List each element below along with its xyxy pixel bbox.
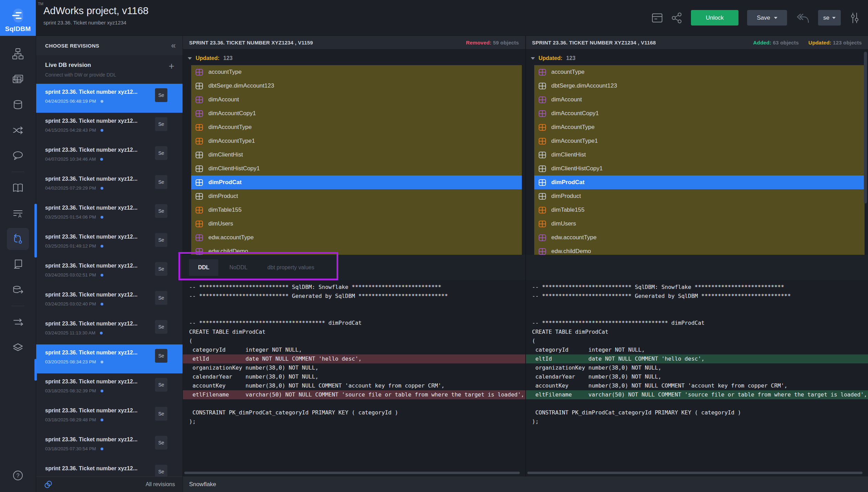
sqldbm-logo[interactable]: SqlDBM — [0, 0, 36, 36]
share-icon[interactable] — [671, 12, 682, 24]
tree-table-row[interactable]: dbtSerge.dimAccount123 — [534, 79, 865, 93]
sidebar-item-environments[interactable] — [7, 337, 29, 359]
unlock-button[interactable]: Unlock — [691, 10, 738, 26]
table-icon — [538, 248, 546, 255]
tree-table-row[interactable]: dimClientHist — [534, 148, 865, 162]
project-subtitle: sprint 23.36. Ticket number xyz1234 — [43, 20, 148, 26]
link-revisions-icon[interactable] — [44, 480, 53, 489]
tree-table-row[interactable]: dimAccountCopy1 — [191, 107, 522, 120]
tree-table-row[interactable]: accountType — [534, 65, 865, 79]
tree-table-row[interactable]: dimAccountCopy1 — [534, 107, 865, 120]
horizontal-scrollbar[interactable] — [184, 472, 520, 474]
revision-list: sprint 23.36. Ticket number xyz12... 04/… — [36, 84, 183, 476]
revision-scroll-indicator[interactable] — [34, 204, 37, 258]
left-tree-list: accountType dbtSerge.dimAccount123 dimAc… — [191, 65, 522, 255]
tab-ddl[interactable]: DDL — [189, 259, 218, 276]
table-icon — [538, 179, 546, 187]
tree-table-row[interactable]: edw.childDemo — [534, 244, 865, 255]
left-tree: Updated: 123 accountType dbtSerge.dimAcc… — [183, 49, 525, 255]
table-name: dimTable155 — [208, 207, 241, 213]
save-button[interactable]: Save — [747, 10, 787, 26]
tree-table-row[interactable]: dimAccountType1 — [191, 134, 522, 148]
revision-status-dot — [101, 245, 103, 248]
code-line: calendarYear number(38,0) NOT NULL, — [532, 372, 868, 381]
tree-table-row[interactable]: edw.childDemo — [191, 244, 522, 255]
sidebar-item-naming-conventions[interactable]: A — [7, 202, 29, 224]
revision-list-item[interactable]: sprint 23.36. Ticket number xyz12... 03/… — [36, 258, 183, 287]
sidebar-item-pages[interactable] — [7, 253, 29, 275]
tree-table-row[interactable]: dimClientHistCopy1 — [191, 162, 522, 175]
tree-table-row[interactable]: dimClientHistCopy1 — [534, 162, 865, 175]
revision-list-item[interactable]: sprint 23.36. Ticket number xyz12... Se — [36, 460, 183, 476]
sidebar-item-migrations[interactable] — [7, 311, 29, 333]
code-line: -- *************************************… — [532, 319, 868, 328]
tree-table-row[interactable]: dimTable155 — [191, 203, 522, 217]
revision-status-dot — [101, 361, 103, 363]
tree-table-row[interactable]: dimAccount — [191, 93, 522, 107]
sidebar-item-comments[interactable] — [7, 145, 29, 167]
tab-noddl[interactable]: NoDDL — [220, 259, 256, 276]
revision-list-item[interactable]: sprint 23.36. Ticket number xyz12... 03/… — [36, 287, 183, 315]
revision-list-item[interactable]: sprint 23.36. Ticket number xyz12... 03/… — [36, 229, 183, 258]
tab-dbt-property-values[interactable]: dbt property values — [258, 259, 323, 276]
revision-meta: 03/18/2025 07:30:54 PM — [45, 446, 167, 451]
collapse-panel-icon[interactable]: « — [171, 41, 176, 50]
tree-scrollbar[interactable] — [864, 52, 867, 203]
tree-table-row[interactable]: edw.accountType — [191, 231, 522, 244]
sidebar-item-help[interactable]: ? — [7, 464, 29, 486]
revision-list-item[interactable]: sprint 23.36. Ticket number xyz12... 03/… — [36, 373, 183, 402]
tree-table-row[interactable]: dimAccountType — [534, 120, 865, 134]
top-bar: SqlDBM AdWorks project, v1168 sprint 23.… — [0, 0, 868, 36]
right-tree-group[interactable]: Updated: 123 — [526, 52, 868, 64]
revision-list-item[interactable]: sprint 23.36. Ticket number xyz12... 03/… — [36, 315, 183, 344]
revision-status-dot — [101, 419, 103, 421]
undo-icon[interactable] — [796, 12, 809, 24]
tree-table-row[interactable]: dimUsers — [534, 217, 865, 231]
sidebar-item-diagram[interactable] — [7, 43, 29, 65]
revision-list-item[interactable]: sprint 23.36. Ticket number xyz12... 04/… — [36, 113, 183, 142]
sidebar-item-compare-revisions[interactable] — [7, 228, 29, 250]
settings-sliders-icon[interactable] — [849, 12, 860, 24]
revision-list-item[interactable]: sprint 23.36. Ticket number xyz12... 04/… — [36, 142, 183, 171]
left-tree-group[interactable]: Updated: 123 — [183, 52, 525, 64]
tree-table-row[interactable]: dimTable155 — [534, 203, 865, 217]
sidebar-item-database[interactable] — [7, 94, 29, 116]
sidebar-item-relationships[interactable] — [7, 119, 29, 141]
table-icon — [195, 220, 203, 228]
horizontal-scrollbar[interactable] — [527, 472, 863, 474]
sidebar-item-tables[interactable] — [7, 68, 29, 90]
release-notes-icon[interactable] — [652, 13, 663, 23]
code-line-removed: etlFilename varchar(50) NOT NULL COMMENT… — [183, 390, 525, 399]
revision-list-item[interactable]: sprint 23.36. Ticket number xyz12... 03/… — [36, 431, 183, 460]
revision-title: sprint 23.36. Ticket number xyz12... — [45, 118, 167, 124]
sidebar-item-documentation[interactable] — [7, 177, 29, 199]
tree-table-row[interactable]: dbtSerge.dimAccount123 — [191, 79, 522, 93]
tree-table-row[interactable]: dimProdCat — [534, 175, 865, 189]
tree-table-row[interactable]: dimProduct — [534, 189, 865, 203]
all-revisions-link[interactable]: All revisions — [146, 481, 175, 488]
revision-meta: 03/25/2025 01:49:12 PM — [45, 243, 167, 249]
add-revision-icon[interactable]: + — [169, 61, 174, 72]
revision-list-item[interactable]: sprint 23.36. Ticket number xyz12... 03/… — [36, 402, 183, 431]
user-menu-button[interactable]: se — [818, 10, 841, 26]
tree-table-row[interactable]: dimProduct — [191, 189, 522, 203]
tree-table-row[interactable]: dimUsers — [191, 217, 522, 231]
tree-table-row[interactable]: dimAccountType — [191, 120, 522, 134]
tree-table-row[interactable]: dimAccountType1 — [534, 134, 865, 148]
revision-list-item[interactable]: sprint 23.36. Ticket number xyz12... 03/… — [36, 200, 183, 229]
tree-table-row[interactable]: edw.accountType — [534, 231, 865, 244]
live-db-revision[interactable]: Live DB revision Connect with DW or prov… — [36, 55, 183, 84]
revision-list-item[interactable]: sprint 23.36. Ticket number xyz12... 04/… — [36, 84, 183, 113]
revision-list-item[interactable]: sprint 23.36. Ticket number xyz12... 04/… — [36, 171, 183, 200]
code-left: -- *************************** SqlDBM: S… — [183, 280, 525, 476]
revision-user-badge: Se — [155, 291, 167, 305]
table-icon — [538, 151, 546, 159]
tree-table-row[interactable]: dimClientHist — [191, 148, 522, 162]
revision-list-item[interactable]: sprint 23.36. Ticket number xyz12... 03/… — [36, 344, 183, 373]
tree-table-row[interactable]: dimProdCat — [191, 175, 522, 189]
sidebar-item-forward-engineering[interactable] — [7, 279, 29, 301]
tree-table-row[interactable]: accountType — [191, 65, 522, 79]
revision-scroll-indicator[interactable] — [34, 359, 37, 381]
code-line — [532, 301, 868, 310]
tree-table-row[interactable]: dimAccount — [534, 93, 865, 107]
